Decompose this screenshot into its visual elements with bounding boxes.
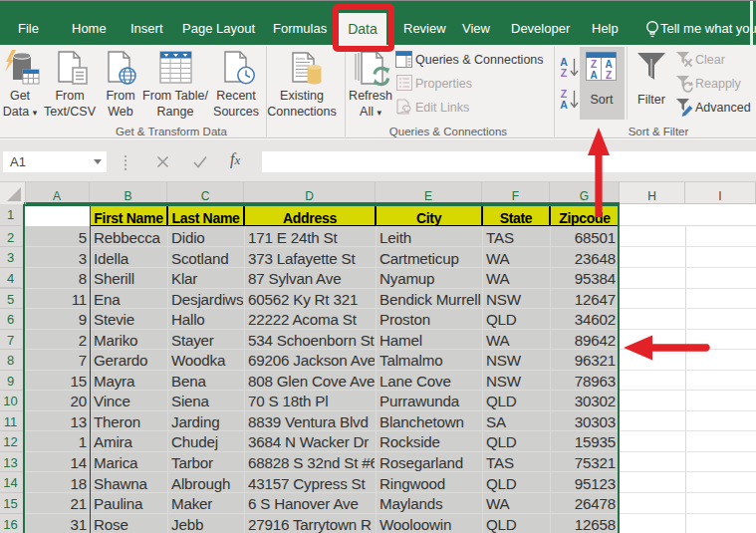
svg-text:A: A xyxy=(590,70,597,81)
svg-text:A: A xyxy=(605,59,612,70)
svg-text:Z: Z xyxy=(591,59,597,70)
svg-text:Z: Z xyxy=(561,67,568,78)
svg-text:Z: Z xyxy=(606,70,612,81)
